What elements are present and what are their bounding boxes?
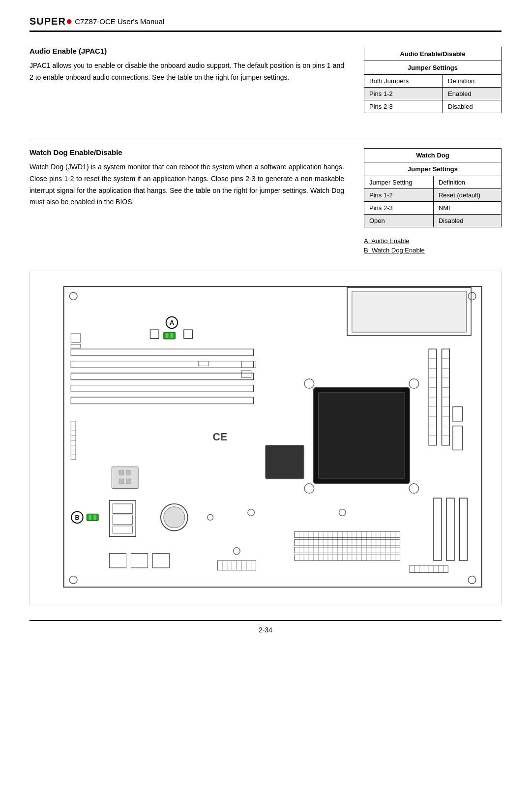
svg-rect-6: [352, 291, 467, 332]
svg-text:B: B: [75, 514, 79, 521]
audio-enable-left: Audio Enable (JPAC1) JPAC1 allows you to…: [30, 47, 344, 123]
watchdog-left: Watch Dog Enable/Disable Watch Dog (JWD1…: [30, 148, 344, 256]
svg-rect-83: [113, 526, 132, 533]
svg-rect-101: [453, 426, 463, 450]
audio-enable-title: Audio Enable (JPAC1): [30, 47, 344, 55]
audio-table-header2: Jumper Settings: [364, 61, 502, 75]
svg-rect-12: [71, 344, 81, 348]
watchdog-row2-col1: Pins 2-3: [364, 202, 434, 215]
svg-rect-9: [71, 373, 253, 380]
svg-rect-113: [152, 554, 169, 568]
audio-row1-col1: Pins 1-2: [364, 88, 443, 100]
watchdog-row2-col2: NMI: [433, 202, 501, 215]
watchdog-row3-col2: Disabled: [433, 215, 501, 227]
watchdog-body: Watch Dog (JWD1) is a system monitor tha…: [30, 161, 344, 208]
brand-dot: ●: [66, 15, 73, 27]
page-number: 2-34: [259, 626, 272, 634]
svg-rect-102: [453, 406, 463, 421]
watchdog-col1-header: Jumper Setting: [364, 176, 434, 189]
audio-table-header1: Audio Enable/Disable: [364, 47, 502, 61]
svg-rect-89: [119, 470, 124, 475]
svg-point-17: [409, 379, 419, 389]
svg-rect-112: [131, 554, 148, 568]
svg-rect-80: [109, 500, 136, 536]
svg-rect-82: [113, 515, 132, 525]
svg-text:CE: CE: [213, 431, 228, 443]
svg-rect-46: [150, 330, 159, 339]
audio-enable-right: Audio Enable/Disable Jumper Settings Bot…: [364, 47, 502, 123]
svg-rect-86: [198, 361, 208, 366]
manual-title: C7Z87-OCE User's Manual: [75, 17, 164, 26]
link-watchdog-enable[interactable]: B. Watch Dog Enable: [364, 247, 502, 254]
svg-rect-45: [171, 333, 174, 338]
svg-rect-92: [126, 479, 131, 484]
svg-rect-123: [446, 498, 454, 561]
watchdog-title: Watch Dog Enable/Disable: [30, 148, 344, 156]
watchdog-table-header1: Watch Dog: [364, 149, 502, 162]
svg-point-79: [164, 507, 185, 528]
section-divider-1: [30, 138, 502, 138]
watchdog-row3-col1: Open: [364, 215, 434, 227]
watchdog-section: Watch Dog Enable/Disable Watch Dog (JWD1…: [30, 148, 502, 256]
svg-rect-91: [119, 479, 124, 484]
motherboard-diagram: A B: [30, 271, 502, 605]
svg-point-2: [468, 292, 476, 300]
svg-rect-51: [88, 515, 91, 520]
link-audio-enable[interactable]: A. Audio Enable: [364, 237, 502, 245]
brand-logo: SUPER●: [30, 15, 73, 28]
svg-rect-52: [93, 515, 96, 520]
svg-point-19: [409, 484, 419, 494]
svg-point-128: [207, 514, 213, 520]
watchdog-col2-header: Definition: [433, 176, 501, 189]
svg-rect-85: [241, 371, 251, 377]
svg-rect-44: [166, 333, 169, 338]
watchdog-row1-col1: Pins 1-2: [364, 189, 434, 202]
svg-rect-111: [109, 554, 126, 568]
svg-rect-7: [71, 349, 253, 356]
brand-name: SUPER: [30, 16, 66, 27]
audio-row1-col2: Enabled: [443, 88, 502, 100]
svg-point-125: [248, 509, 255, 516]
svg-rect-11: [71, 397, 253, 404]
svg-rect-15: [318, 392, 405, 479]
audio-col1-header: Both Jumpers: [364, 75, 443, 88]
svg-rect-50: [87, 514, 98, 521]
audio-row2-col1: Pins 2-3: [364, 100, 443, 113]
svg-point-127: [234, 548, 240, 555]
svg-rect-81: [113, 504, 132, 514]
svg-rect-10: [71, 385, 253, 392]
svg-rect-8: [71, 361, 253, 368]
svg-rect-40: [266, 445, 304, 479]
watchdog-right: Watch Dog Jumper Settings Jumper Setting…: [364, 148, 502, 256]
svg-rect-13: [71, 334, 81, 343]
audio-enable-body: JPAC1 allows you to enable or disable th…: [30, 60, 344, 84]
audio-col2-header: Definition: [443, 75, 502, 88]
audio-enable-section: Audio Enable (JPAC1) JPAC1 allows you to…: [30, 47, 502, 123]
svg-point-18: [304, 484, 314, 494]
svg-rect-88: [112, 467, 138, 489]
page-footer: 2-34: [30, 620, 502, 634]
svg-point-126: [339, 509, 346, 516]
svg-point-16: [304, 379, 314, 389]
svg-point-4: [468, 576, 476, 584]
watchdog-table-header2: Jumper Settings: [364, 162, 502, 176]
watchdog-jumper-table: Watch Dog Jumper Settings Jumper Setting…: [364, 148, 502, 227]
diagram-links: A. Audio Enable B. Watch Dog Enable: [364, 237, 502, 254]
svg-rect-124: [460, 498, 468, 561]
svg-rect-122: [434, 498, 442, 561]
svg-point-3: [69, 576, 77, 584]
audio-row2-col2: Disabled: [443, 100, 502, 113]
audio-jumper-table: Audio Enable/Disable Jumper Settings Bot…: [364, 47, 502, 113]
svg-rect-43: [164, 332, 175, 339]
page: SUPER● C7Z87-OCE User's Manual Audio Ena…: [0, 0, 531, 812]
page-header: SUPER● C7Z87-OCE User's Manual: [30, 15, 502, 32]
svg-point-1: [69, 292, 77, 300]
svg-rect-90: [126, 470, 131, 475]
motherboard-svg: A B: [35, 276, 496, 600]
svg-text:A: A: [170, 319, 174, 326]
watchdog-row1-col2: Reset (default): [433, 189, 501, 202]
svg-rect-47: [184, 330, 193, 339]
